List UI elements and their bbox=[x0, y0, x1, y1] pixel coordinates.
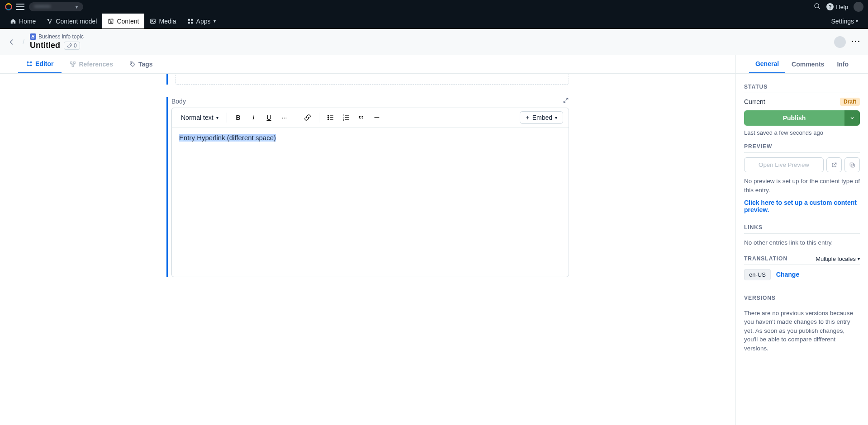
links-section-title: Links bbox=[744, 224, 860, 231]
current-label: Current bbox=[744, 98, 765, 105]
divider bbox=[744, 304, 860, 304]
embed-label: Embed bbox=[532, 114, 552, 121]
tab-references-label: References bbox=[79, 61, 113, 68]
tab-general[interactable]: General bbox=[749, 55, 785, 73]
entry-header: / B Business info topic Untitled 0 ··· bbox=[0, 29, 868, 55]
locales-dropdown[interactable]: Multiple locales ▾ bbox=[816, 255, 860, 262]
svg-rect-11 bbox=[191, 22, 193, 24]
content-type-label: Business info topic bbox=[38, 33, 84, 40]
nav-home[interactable]: Home bbox=[5, 14, 41, 28]
toolbar-separator bbox=[227, 113, 227, 123]
tab-tags[interactable]: Tags bbox=[121, 55, 161, 73]
embed-button[interactable]: + Embed ▾ bbox=[520, 111, 563, 124]
tab-tags-label: Tags bbox=[138, 61, 153, 68]
svg-point-15 bbox=[30, 65, 31, 66]
multiple-locales-label: Multiple locales bbox=[816, 255, 856, 262]
setup-preview-link[interactable]: Click here to set up a custom content pr… bbox=[744, 199, 860, 213]
format-dropdown[interactable]: Normal text ▾ bbox=[177, 112, 222, 123]
user-avatar[interactable] bbox=[854, 2, 863, 12]
menu-icon[interactable] bbox=[16, 4, 24, 10]
body-field-label: Body bbox=[171, 98, 186, 105]
preview-section-title: Preview bbox=[744, 143, 860, 150]
search-icon[interactable] bbox=[814, 3, 821, 11]
versions-section-title: Versions bbox=[744, 295, 860, 301]
tab-info-label: Info bbox=[837, 61, 849, 68]
expand-field-icon[interactable] bbox=[563, 97, 569, 105]
svg-rect-17 bbox=[74, 62, 76, 64]
dashed-dropzone[interactable] bbox=[175, 74, 569, 85]
breadcrumb-separator: / bbox=[23, 38, 24, 46]
divider bbox=[744, 152, 860, 153]
svg-line-2 bbox=[818, 7, 820, 9]
nav-home-label: Home bbox=[19, 18, 36, 25]
chevron-down-icon: ▾ bbox=[213, 19, 216, 24]
svg-text:3: 3 bbox=[342, 119, 344, 121]
nav-apps[interactable]: Apps ▾ bbox=[182, 14, 221, 28]
chevron-down-icon: ▾ bbox=[858, 256, 860, 261]
svg-point-13 bbox=[30, 61, 31, 62]
locale-chip: en-US bbox=[744, 269, 771, 280]
svg-point-22 bbox=[327, 119, 328, 120]
open-external-icon[interactable] bbox=[826, 157, 842, 172]
plus-icon: + bbox=[526, 114, 529, 121]
svg-rect-10 bbox=[188, 22, 190, 24]
richtext-body[interactable]: Entry Hyperlink (different space) bbox=[172, 128, 569, 277]
blockquote-button[interactable] bbox=[355, 111, 368, 124]
divider bbox=[744, 233, 860, 234]
format-label: Normal text bbox=[181, 114, 213, 121]
presence-avatar[interactable] bbox=[834, 36, 846, 48]
tab-comments[interactable]: Comments bbox=[785, 55, 830, 73]
nav-settings-label: Settings bbox=[831, 18, 854, 25]
bold-button[interactable]: B bbox=[232, 111, 245, 124]
toolbar-separator bbox=[296, 113, 296, 123]
nav-media[interactable]: Media bbox=[144, 14, 181, 28]
copy-url-icon[interactable] bbox=[844, 157, 860, 172]
ordered-list-button[interactable]: 123 bbox=[339, 111, 353, 124]
chevron-down-icon: ▾ bbox=[76, 5, 78, 9]
editor-tabs: Editor References Tags bbox=[0, 55, 736, 73]
more-formatting-button[interactable]: ··· bbox=[278, 111, 291, 124]
nav-content-model[interactable]: Content model bbox=[41, 14, 102, 28]
app-logo-icon bbox=[5, 3, 13, 11]
link-button[interactable] bbox=[301, 111, 314, 124]
space-name: ••••••• bbox=[34, 4, 51, 10]
publish-options-button[interactable] bbox=[844, 110, 860, 126]
publish-button[interactable]: Publish bbox=[744, 110, 844, 126]
richtext-toolbar: Normal text ▾ B I U ··· bbox=[172, 108, 569, 128]
tab-editor-label: Editor bbox=[35, 60, 53, 67]
content-type-icon: B bbox=[30, 33, 36, 40]
italic-button[interactable]: I bbox=[247, 111, 261, 124]
space-selector[interactable]: ••••••• ▾ bbox=[29, 2, 83, 11]
tab-comments-label: Comments bbox=[792, 61, 824, 68]
underline-button[interactable]: U bbox=[262, 111, 276, 124]
bullet-list-button[interactable] bbox=[324, 111, 337, 124]
hr-button[interactable] bbox=[370, 111, 384, 124]
status-section-title: Status bbox=[744, 84, 860, 90]
change-locale-link[interactable]: Change bbox=[776, 271, 799, 278]
svg-point-12 bbox=[27, 61, 28, 62]
nav-content-label: Content bbox=[117, 18, 139, 25]
previous-field-stub bbox=[166, 74, 569, 85]
top-bar: ••••••• ▾ ? Help bbox=[0, 0, 868, 14]
help-button[interactable]: ? Help bbox=[826, 3, 848, 10]
tabs-row: Editor References Tags General Comments … bbox=[0, 55, 868, 74]
tab-editor[interactable]: Editor bbox=[18, 55, 62, 73]
svg-rect-9 bbox=[191, 19, 193, 20]
back-button[interactable] bbox=[7, 38, 16, 47]
tab-info[interactable]: Info bbox=[830, 55, 855, 73]
open-preview-button: Open Live Preview bbox=[744, 157, 824, 172]
more-actions-button[interactable]: ··· bbox=[851, 37, 861, 47]
nav-content-model-label: Content model bbox=[56, 18, 97, 25]
divider bbox=[744, 93, 860, 93]
no-preview-text: No preview is set up for the content typ… bbox=[744, 177, 860, 194]
toolbar-separator bbox=[319, 113, 319, 123]
svg-point-20 bbox=[327, 115, 328, 116]
svg-rect-34 bbox=[850, 163, 853, 166]
link-count-badge[interactable]: 0 bbox=[64, 42, 80, 50]
body-field: Body Normal text ▾ B I U bbox=[166, 97, 569, 277]
svg-point-19 bbox=[131, 63, 132, 64]
nav-content[interactable]: Content bbox=[102, 14, 144, 28]
versions-text: There are no previous versions because y… bbox=[744, 309, 860, 353]
svg-point-1 bbox=[815, 4, 819, 8]
nav-settings[interactable]: Settings ▾ bbox=[825, 14, 863, 28]
